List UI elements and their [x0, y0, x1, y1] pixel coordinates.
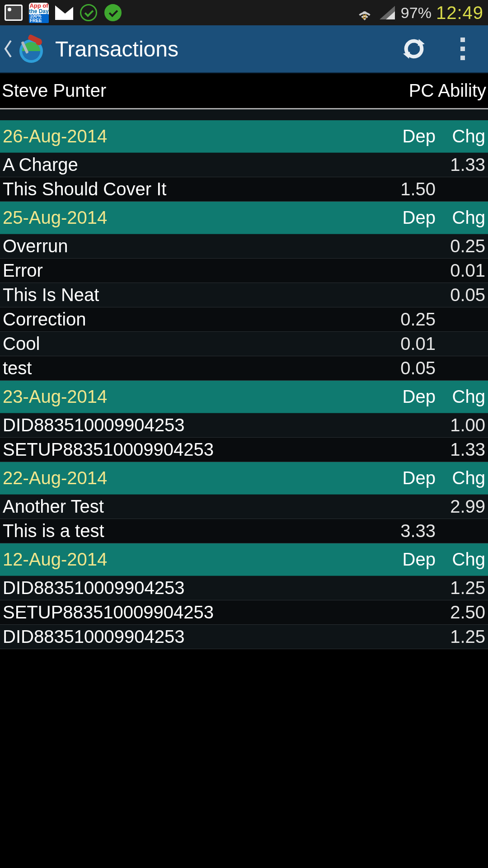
transaction-row[interactable]: Error0.01 — [0, 259, 488, 283]
transaction-row[interactable]: SETUP8835100099042532.50 — [0, 600, 488, 625]
transaction-chg: 2.99 — [436, 496, 485, 517]
transaction-chg: 0.01 — [436, 260, 485, 281]
transaction-desc: Overrun — [3, 236, 381, 256]
column-header-dep: Dep — [381, 208, 436, 228]
status-bar: App ofthe Day100% FREE ⇵ 97% 12:49 — [0, 0, 488, 25]
section-header: 26-Aug-2014DepChg — [0, 120, 488, 153]
transaction-chg: 1.33 — [436, 155, 485, 175]
account-header[interactable]: Steve Punter PC Ability — [0, 73, 488, 109]
section-date: 12-Aug-2014 — [3, 549, 107, 570]
battery-percent: 97% — [401, 4, 432, 22]
check-filled-icon — [104, 4, 122, 22]
overflow-menu-button[interactable] — [449, 35, 476, 62]
transaction-row[interactable]: Overrun0.25 — [0, 234, 488, 259]
refresh-button[interactable] — [400, 35, 427, 62]
transaction-row[interactable]: This Should Cover It1.50 — [0, 177, 488, 202]
section-date: 26-Aug-2014 — [3, 126, 107, 146]
mail-icon — [55, 4, 73, 22]
transaction-dep: 0.05 — [381, 358, 436, 378]
transaction-row[interactable]: DID8835100099042531.25 — [0, 576, 488, 600]
section-header: 25-Aug-2014DepChg — [0, 202, 488, 234]
transaction-desc: DID883510009904253 — [3, 415, 381, 435]
transaction-row[interactable]: A Charge1.33 — [0, 153, 488, 177]
column-header-chg: Chg — [436, 387, 485, 407]
action-bar: Transactions — [0, 25, 488, 73]
section-header: 22-Aug-2014DepChg — [0, 462, 488, 495]
transaction-row[interactable]: SETUP8835100099042531.33 — [0, 438, 488, 462]
transaction-desc: DID883510009904253 — [3, 627, 381, 647]
transaction-chg: 2.50 — [436, 602, 485, 623]
transaction-dep: 0.25 — [381, 309, 436, 330]
transaction-chg: 0.05 — [436, 285, 485, 305]
transaction-desc: SETUP883510009904253 — [3, 602, 381, 623]
transaction-chg: 1.00 — [436, 415, 485, 435]
transaction-desc: Error — [3, 260, 381, 281]
transaction-dep: 0.01 — [381, 334, 436, 354]
transaction-chg: 1.25 — [436, 627, 485, 647]
svg-marker-5 — [403, 52, 410, 59]
status-clock: 12:49 — [436, 3, 483, 23]
wifi-icon: ⇵ — [356, 4, 374, 22]
transaction-desc: This Is Neat — [3, 285, 381, 305]
column-header-dep: Dep — [381, 549, 436, 570]
account-context: PC Ability — [409, 80, 486, 101]
transaction-desc: test — [3, 358, 381, 378]
transaction-desc: Another Test — [3, 496, 381, 517]
transaction-desc: This is a test — [3, 521, 381, 541]
transaction-row[interactable]: DID8835100099042531.25 — [0, 625, 488, 649]
app-of-the-day-icon: App ofthe Day100% FREE — [29, 3, 49, 23]
transaction-chg: 0.25 — [436, 236, 485, 256]
transaction-dep: 1.50 — [381, 179, 436, 199]
transaction-row[interactable]: Cool0.01 — [0, 332, 488, 356]
transaction-desc: A Charge — [3, 155, 381, 175]
transaction-row[interactable]: Another Test2.99 — [0, 495, 488, 519]
column-header-chg: Chg — [436, 468, 485, 488]
section-header: 23-Aug-2014DepChg — [0, 381, 488, 413]
transaction-desc: Correction — [3, 309, 381, 330]
column-header-dep: Dep — [381, 468, 436, 488]
signal-icon — [378, 4, 396, 22]
transaction-row[interactable]: DID8835100099042531.00 — [0, 413, 488, 438]
column-header-dep: Dep — [381, 126, 436, 146]
page-title: Transactions — [55, 37, 178, 61]
check-outline-icon — [80, 4, 98, 22]
transaction-row[interactable]: test0.05 — [0, 356, 488, 381]
transaction-chg: 1.33 — [436, 439, 485, 460]
section-header: 12-Aug-2014DepChg — [0, 543, 488, 576]
column-header-chg: Chg — [436, 126, 485, 146]
section-date: 22-Aug-2014 — [3, 468, 107, 488]
transaction-desc: DID883510009904253 — [3, 578, 381, 598]
app-icon[interactable] — [15, 33, 47, 65]
account-name: Steve Punter — [2, 80, 106, 101]
back-button[interactable] — [3, 39, 14, 59]
svg-point-2 — [36, 39, 42, 45]
transaction-row[interactable]: This Is Neat0.05 — [0, 283, 488, 307]
column-header-chg: Chg — [436, 549, 485, 570]
transaction-desc: Cool — [3, 334, 381, 354]
column-header-dep: Dep — [381, 387, 436, 407]
transaction-chg: 1.25 — [436, 578, 485, 598]
transaction-row[interactable]: This is a test3.33 — [0, 519, 488, 543]
list-top-spacer — [0, 109, 488, 120]
transaction-row[interactable]: Correction0.25 — [0, 307, 488, 332]
section-date: 23-Aug-2014 — [3, 387, 107, 407]
section-date: 25-Aug-2014 — [3, 208, 107, 228]
transaction-dep: 3.33 — [381, 521, 436, 541]
transaction-desc: SETUP883510009904253 — [3, 439, 381, 460]
gallery-icon — [5, 4, 23, 22]
transactions-list[interactable]: 26-Aug-2014DepChgA Charge1.33This Should… — [0, 120, 488, 649]
column-header-chg: Chg — [436, 208, 485, 228]
transaction-desc: This Should Cover It — [3, 179, 381, 199]
